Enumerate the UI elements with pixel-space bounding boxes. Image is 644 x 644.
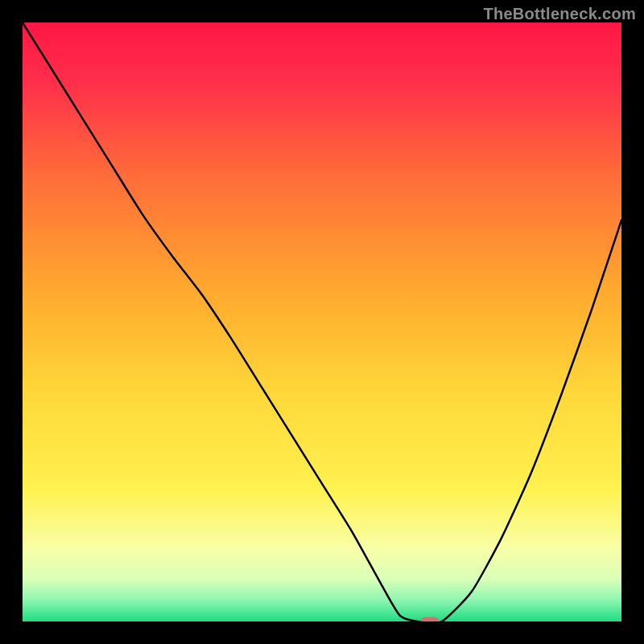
bottleneck-curve	[23, 23, 621, 621]
watermark-text: TheBottleneck.com	[483, 5, 636, 23]
chart-container: TheBottleneck.com	[0, 0, 644, 644]
bottleneck-marker	[421, 617, 439, 622]
plot-area	[23, 23, 621, 621]
chart-line-layer	[23, 23, 621, 621]
